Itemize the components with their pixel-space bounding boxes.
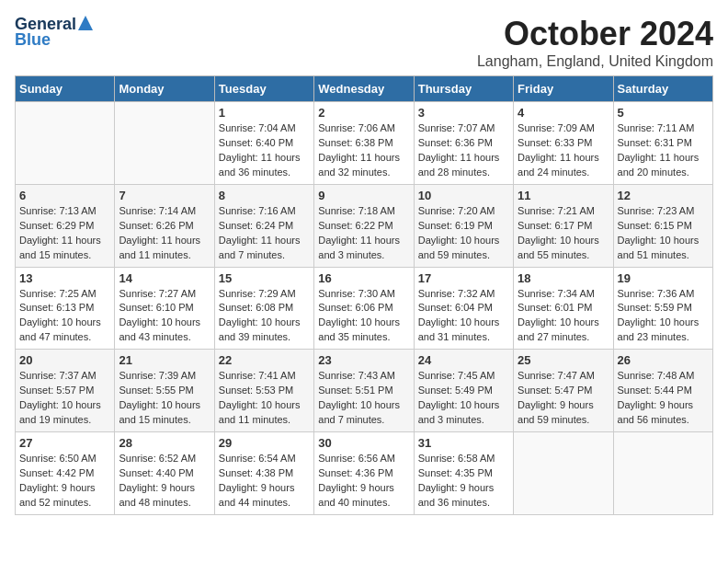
daylight-text: Daylight: 10 hours and 59 minutes.	[418, 235, 500, 260]
page-header: General Blue October 2024 Langham, Engla…	[15, 15, 713, 70]
weekday-row: SundayMondayTuesdayWednesdayThursdayFrid…	[16, 76, 713, 102]
calendar-cell: 13 Sunrise: 7:25 AM Sunset: 6:13 PM Dayl…	[16, 267, 115, 350]
daylight-text: Daylight: 11 hours and 11 minutes.	[119, 235, 200, 260]
calendar-cell: 29 Sunrise: 6:54 AM Sunset: 4:38 PM Dayl…	[214, 432, 313, 515]
day-number: 5	[618, 106, 709, 120]
calendar-cell	[514, 432, 613, 515]
logo-icon	[78, 16, 93, 30]
daylight-text: Daylight: 9 hours and 36 minutes.	[418, 482, 495, 508]
calendar-cell: 10 Sunrise: 7:20 AM Sunset: 6:19 PM Dayl…	[414, 184, 513, 267]
daylight-text: Daylight: 10 hours and 43 minutes.	[119, 316, 200, 342]
day-info: Sunrise: 7:47 AM Sunset: 5:47 PM Dayligh…	[518, 369, 609, 428]
sunset-text: Sunset: 6:01 PM	[518, 302, 592, 313]
sunset-text: Sunset: 4:36 PM	[318, 467, 392, 478]
calendar-cell: 25 Sunrise: 7:47 AM Sunset: 5:47 PM Dayl…	[514, 350, 613, 432]
calendar-cell: 22 Sunrise: 7:41 AM Sunset: 5:53 PM Dayl…	[214, 350, 313, 432]
daylight-text: Daylight: 10 hours and 51 minutes.	[618, 235, 700, 260]
calendar-cell: 1 Sunrise: 7:04 AM Sunset: 6:40 PM Dayli…	[214, 102, 313, 185]
daylight-text: Daylight: 11 hours and 36 minutes.	[219, 152, 301, 178]
daylight-text: Daylight: 9 hours and 40 minutes.	[318, 482, 394, 508]
daylight-text: Daylight: 11 hours and 15 minutes.	[19, 235, 101, 260]
calendar-cell: 28 Sunrise: 6:52 AM Sunset: 4:40 PM Dayl…	[115, 432, 214, 515]
day-number: 22	[219, 353, 310, 367]
location-title: Langham, England, United Kingdom	[477, 53, 713, 70]
day-number: 20	[19, 353, 110, 367]
sunrise-text: Sunrise: 7:06 AM	[318, 122, 395, 133]
sunset-text: Sunset: 6:15 PM	[618, 220, 692, 231]
weekday-header: Monday	[115, 76, 214, 102]
day-number: 6	[19, 189, 110, 202]
sunrise-text: Sunrise: 7:32 AM	[418, 288, 495, 299]
sunrise-text: Sunrise: 7:43 AM	[318, 370, 395, 381]
sunset-text: Sunset: 4:40 PM	[119, 467, 193, 478]
day-number: 9	[318, 189, 409, 202]
calendar-cell: 14 Sunrise: 7:27 AM Sunset: 6:10 PM Dayl…	[115, 267, 214, 350]
daylight-text: Daylight: 10 hours and 35 minutes.	[318, 316, 400, 342]
sunset-text: Sunset: 5:59 PM	[618, 302, 692, 313]
sunset-text: Sunset: 6:19 PM	[418, 220, 493, 231]
sunrise-text: Sunrise: 6:50 AM	[19, 453, 97, 464]
daylight-text: Daylight: 9 hours and 52 minutes.	[19, 482, 96, 508]
daylight-text: Daylight: 10 hours and 15 minutes.	[119, 399, 200, 425]
sunset-text: Sunset: 6:08 PM	[219, 302, 293, 313]
sunrise-text: Sunrise: 7:36 AM	[618, 288, 695, 299]
calendar-cell: 9 Sunrise: 7:18 AM Sunset: 6:22 PM Dayli…	[314, 184, 414, 267]
day-number: 24	[418, 353, 509, 367]
day-info: Sunrise: 6:50 AM Sunset: 4:42 PM Dayligh…	[19, 452, 110, 511]
calendar-week-row: 6 Sunrise: 7:13 AM Sunset: 6:29 PM Dayli…	[16, 184, 713, 267]
daylight-text: Daylight: 10 hours and 19 minutes.	[19, 399, 101, 425]
sunset-text: Sunset: 6:06 PM	[318, 302, 392, 313]
day-number: 15	[219, 271, 310, 285]
day-number: 17	[418, 271, 509, 285]
calendar-cell: 26 Sunrise: 7:48 AM Sunset: 5:44 PM Dayl…	[613, 350, 712, 432]
sunrise-text: Sunrise: 7:45 AM	[418, 370, 495, 381]
daylight-text: Daylight: 10 hours and 55 minutes.	[518, 235, 599, 260]
sunrise-text: Sunrise: 7:27 AM	[119, 288, 196, 299]
sunrise-text: Sunrise: 7:21 AM	[518, 205, 595, 216]
sunrise-text: Sunrise: 6:54 AM	[219, 453, 296, 464]
day-info: Sunrise: 7:37 AM Sunset: 5:57 PM Dayligh…	[19, 369, 110, 428]
sunset-text: Sunset: 6:26 PM	[119, 220, 193, 231]
calendar-cell: 3 Sunrise: 7:07 AM Sunset: 6:36 PM Dayli…	[414, 102, 513, 185]
day-number: 18	[518, 271, 609, 285]
sunset-text: Sunset: 6:17 PM	[518, 220, 592, 231]
day-number: 29	[219, 436, 310, 450]
sunset-text: Sunset: 4:38 PM	[219, 467, 293, 478]
day-number: 31	[418, 436, 509, 450]
day-info: Sunrise: 7:39 AM Sunset: 5:55 PM Dayligh…	[119, 369, 210, 428]
sunset-text: Sunset: 5:51 PM	[318, 385, 392, 396]
weekday-header: Sunday	[16, 76, 115, 102]
day-info: Sunrise: 7:13 AM Sunset: 6:29 PM Dayligh…	[19, 204, 110, 263]
sunrise-text: Sunrise: 7:37 AM	[19, 370, 97, 381]
sunrise-text: Sunrise: 6:56 AM	[318, 453, 395, 464]
sunset-text: Sunset: 5:47 PM	[518, 385, 592, 396]
daylight-text: Daylight: 10 hours and 27 minutes.	[518, 316, 599, 342]
calendar-cell: 7 Sunrise: 7:14 AM Sunset: 6:26 PM Dayli…	[115, 184, 214, 267]
day-number: 25	[518, 353, 609, 367]
calendar-cell: 8 Sunrise: 7:16 AM Sunset: 6:24 PM Dayli…	[214, 184, 313, 267]
svg-marker-0	[78, 16, 93, 30]
day-number: 10	[418, 189, 509, 202]
sunset-text: Sunset: 6:24 PM	[219, 220, 293, 231]
day-info: Sunrise: 7:32 AM Sunset: 6:04 PM Dayligh…	[418, 287, 509, 346]
day-number: 12	[618, 189, 709, 202]
logo: General Blue	[15, 15, 93, 50]
day-info: Sunrise: 7:14 AM Sunset: 6:26 PM Dayligh…	[119, 204, 210, 263]
sunset-text: Sunset: 6:40 PM	[219, 137, 293, 148]
daylight-text: Daylight: 10 hours and 47 minutes.	[19, 316, 101, 342]
daylight-text: Daylight: 11 hours and 32 minutes.	[318, 152, 400, 178]
day-info: Sunrise: 7:04 AM Sunset: 6:40 PM Dayligh…	[219, 121, 310, 180]
calendar-cell	[16, 102, 115, 185]
sunrise-text: Sunrise: 7:07 AM	[418, 122, 495, 133]
daylight-text: Daylight: 11 hours and 20 minutes.	[618, 152, 700, 178]
sunset-text: Sunset: 5:55 PM	[119, 385, 193, 396]
sunrise-text: Sunrise: 7:18 AM	[318, 205, 395, 216]
calendar-week-row: 20 Sunrise: 7:37 AM Sunset: 5:57 PM Dayl…	[16, 350, 713, 432]
sunrise-text: Sunrise: 7:20 AM	[418, 205, 495, 216]
calendar-cell: 24 Sunrise: 7:45 AM Sunset: 5:49 PM Dayl…	[414, 350, 513, 432]
sunrise-text: Sunrise: 7:47 AM	[518, 370, 595, 381]
calendar-header: SundayMondayTuesdayWednesdayThursdayFrid…	[16, 76, 713, 102]
day-number: 14	[119, 271, 210, 285]
day-number: 21	[119, 353, 210, 367]
daylight-text: Daylight: 9 hours and 59 minutes.	[518, 399, 594, 425]
